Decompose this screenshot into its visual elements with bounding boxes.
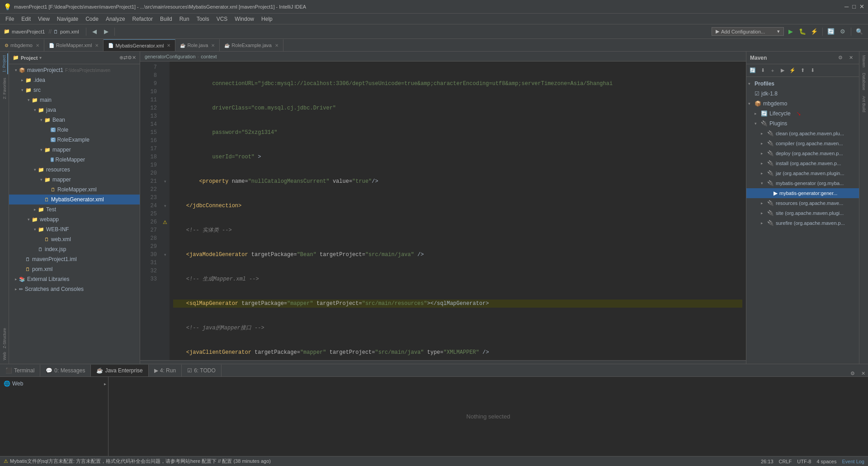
bottom-web-item[interactable]: 🌐 Web ▸ xyxy=(2,379,106,389)
search-everywhere-button[interactable]: 🔍 xyxy=(854,27,864,37)
tree-mapper-resources[interactable]: ▾ 📁 mapper xyxy=(9,175,140,185)
menu-run[interactable]: Run xyxy=(176,14,193,24)
maven-jdk18-checkbox[interactable]: ☑ xyxy=(755,90,760,97)
tree-mavenproject1[interactable]: ▾ 📦 mavenProject1 F:\IdeaProjects\maven xyxy=(9,65,140,75)
right-activity-artbuild[interactable]: Ant Build xyxy=(861,94,867,114)
tab-close-role[interactable]: ✕ xyxy=(211,43,215,48)
maven-plugin-deploy[interactable]: ▸ 🔌 deploy (org.apache.maven.p... xyxy=(746,148,859,158)
menu-file[interactable]: File xyxy=(2,14,18,24)
tree-scratches[interactable]: ▸ ✏ Scratches and Consoles xyxy=(9,284,140,294)
menu-window[interactable]: Window xyxy=(231,14,258,24)
run-configuration[interactable]: ▶ Add Configuration... ▾ xyxy=(712,27,784,36)
activity-web[interactable]: Web xyxy=(1,350,8,362)
gutter-21[interactable]: ▾ xyxy=(160,177,170,185)
maven-add-btn[interactable]: + xyxy=(768,66,777,75)
maven-mybatis-generate-goal[interactable]: ▶ mybatis-generator:gener... xyxy=(746,188,859,198)
menu-edit[interactable]: Edit xyxy=(18,14,34,24)
bottom-close-btn[interactable]: ✕ xyxy=(859,371,868,376)
tree-main[interactable]: ▾ 📁 main xyxy=(9,95,140,105)
maven-plugin-mybatis-generator[interactable]: ▾ 🔌 mybatis-generator (org.myba... xyxy=(746,178,859,188)
tree-idea[interactable]: ▸ 📁 .idea xyxy=(9,75,140,85)
status-encoding[interactable]: UTF-8 xyxy=(797,459,811,464)
project-add-btn[interactable]: ⊕ xyxy=(119,55,123,61)
menu-analyze[interactable]: Analyze xyxy=(102,14,129,24)
tree-src[interactable]: ▾ 📁 src xyxy=(9,85,140,95)
settings-button[interactable]: ⚙ xyxy=(838,27,848,37)
tab-close-mybatisgenerator[interactable]: ✕ xyxy=(167,43,170,48)
toolbar-forward-btn[interactable]: ▶ xyxy=(101,27,111,37)
maven-collapse-btn[interactable]: ⬆ xyxy=(798,66,807,75)
maven-plugin-jar[interactable]: ▸ 🔌 jar (org.apache.maven.plugin... xyxy=(746,168,859,178)
tab-java-enterprise[interactable]: ☕ Java Enterprise xyxy=(91,365,148,376)
tab-close-rolemapper[interactable]: ✕ xyxy=(95,43,99,48)
maven-download-btn[interactable]: ⬇ xyxy=(758,66,767,75)
tree-iml[interactable]: 🗒 mavenProject1.iml xyxy=(9,254,140,264)
status-position[interactable]: 26:13 xyxy=(761,459,774,464)
maven-lifecycle[interactable]: ▸ 🔄 Lifecycle → xyxy=(746,109,859,119)
maven-jdk18[interactable]: ☑ jdk-1.8 xyxy=(746,89,859,99)
bottom-settings-btn[interactable]: ⚙ xyxy=(847,371,859,376)
maven-plugins[interactable]: ▾ 🔌 Plugins xyxy=(746,119,859,128)
maven-refresh-btn[interactable]: 🔄 xyxy=(748,66,757,75)
menu-view[interactable]: View xyxy=(34,14,53,24)
tree-webinf[interactable]: ▾ 📁 WEB-INF xyxy=(9,224,140,234)
status-indent[interactable]: 4 spaces xyxy=(816,459,836,464)
tree-webapp[interactable]: ▾ 📁 webapp xyxy=(9,214,140,224)
code-editor[interactable]: 7 8 9 10 11 12 13 14 15 16 17 18 19 20 2… xyxy=(140,62,746,360)
tree-bean[interactable]: ▾ 📁 Bean xyxy=(9,115,140,125)
tab-close-mbgdemo[interactable]: ✕ xyxy=(36,43,39,48)
tab-todo[interactable]: ☑ 6: TODO xyxy=(182,365,222,376)
tree-pom-xml[interactable]: 🗒 pom.xml xyxy=(9,264,140,274)
right-activity-maven[interactable]: Maven xyxy=(861,53,867,69)
tab-close-roleexample[interactable]: ✕ xyxy=(275,43,278,48)
maven-mbgdemo[interactable]: ▾ 📦 mbgdemo xyxy=(746,99,859,109)
menu-refactor[interactable]: Refactor xyxy=(129,14,156,24)
tab-mybatisgenerator-xml[interactable]: 📄 MybatisGenerator.xml ✕ xyxy=(104,39,175,51)
tab-role-java[interactable]: ☕ Role.java ✕ xyxy=(175,39,220,51)
menu-vcs[interactable]: VCS xyxy=(213,14,231,24)
maven-expand-btn[interactable]: ⬇ xyxy=(808,66,817,75)
maven-plugin-clean[interactable]: ▸ 🔌 clean (org.apache.maven.plu... xyxy=(746,128,859,138)
profile-button[interactable]: ⚡ xyxy=(809,27,819,37)
tab-run[interactable]: ▶ 4: Run xyxy=(149,365,182,376)
menu-code[interactable]: Code xyxy=(82,14,102,24)
menu-navigate[interactable]: Navigate xyxy=(53,14,82,24)
editor-hscrollbar[interactable] xyxy=(140,360,746,364)
project-close-btn[interactable]: ✕ xyxy=(132,55,136,61)
right-activity-database[interactable]: Database xyxy=(861,71,867,92)
tree-mybatisgenerator-xml[interactable]: 🗒 MybatisGenerator.xml xyxy=(9,195,140,204)
activity-structure[interactable]: Z-Structure xyxy=(1,326,8,350)
maven-run-btn[interactable]: ▶ xyxy=(778,66,787,75)
menu-tools[interactable]: Tools xyxy=(193,14,213,24)
gutter-30[interactable]: ▾ xyxy=(160,251,170,259)
tree-role-class[interactable]: C Role xyxy=(9,125,140,135)
project-dropdown-arrow[interactable]: ▾ xyxy=(39,55,42,60)
status-line-ending[interactable]: CRLF xyxy=(779,459,792,464)
code-content[interactable]: connectionURL="jdbc:mysql://localhost:33… xyxy=(170,62,746,360)
maven-skip-test-btn[interactable]: ⚡ xyxy=(788,66,797,75)
tree-test[interactable]: ▸ 📁 Test xyxy=(9,204,140,214)
status-event-log[interactable]: Event Log xyxy=(842,459,864,464)
tree-external-libraries[interactable]: ▸ 📚 External Libraries xyxy=(9,274,140,284)
activity-favorites[interactable]: 2: Favorites xyxy=(1,76,8,101)
project-sync-btn[interactable]: ⇄ xyxy=(123,55,127,61)
run-button[interactable]: ▶ xyxy=(786,27,796,37)
close-button[interactable]: ✕ xyxy=(859,3,864,10)
debug-button[interactable]: 🐛 xyxy=(797,27,807,37)
menu-help[interactable]: Help xyxy=(258,14,276,24)
maven-plugin-install[interactable]: ▸ 🔌 install (org.apache.maven.p... xyxy=(746,158,859,168)
tree-roleexample-class[interactable]: C RoleExample xyxy=(9,135,140,145)
activity-project[interactable]: 1: Project xyxy=(1,53,8,74)
tree-web-xml[interactable]: 🗒 web.xml xyxy=(9,234,140,244)
web-expand-icon[interactable]: ▸ xyxy=(104,381,106,386)
tab-terminal[interactable]: ⬛ Terminal xyxy=(0,365,40,376)
maven-plugin-site[interactable]: ▸ 🔌 site (org.apache.maven.plugi... xyxy=(746,208,859,218)
minimize-button[interactable]: ─ xyxy=(844,3,849,10)
maven-plugin-resources[interactable]: ▸ 🔌 resources (org.apache.mave... xyxy=(746,198,859,208)
tree-rolemapper-interface[interactable]: I RoleMapper xyxy=(9,155,140,165)
toolbar-back-btn[interactable]: ◀ xyxy=(90,27,99,37)
maximize-button[interactable]: □ xyxy=(852,3,856,10)
maven-close-btn[interactable]: ✕ xyxy=(846,53,855,62)
project-settings-btn[interactable]: ⚙ xyxy=(127,55,132,61)
tree-mapper-java[interactable]: ▾ 📁 mapper xyxy=(9,145,140,155)
